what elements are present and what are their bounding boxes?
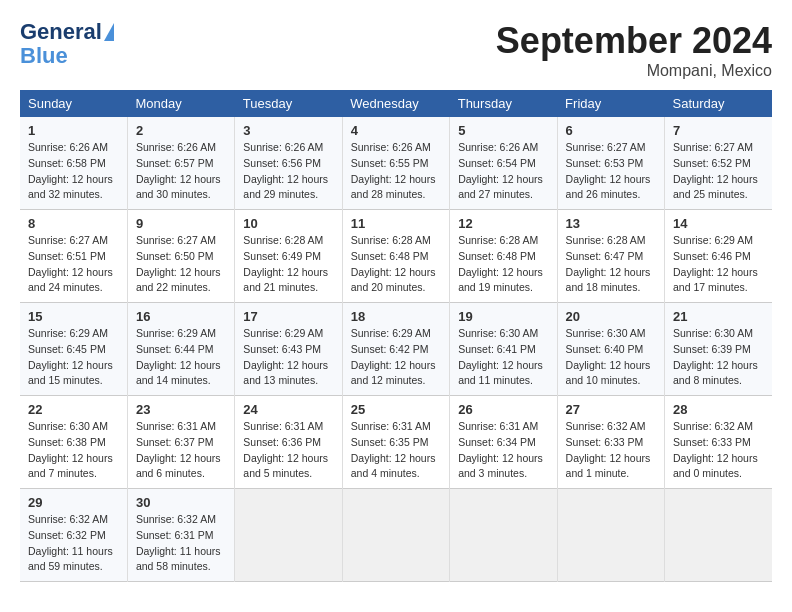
month-title: September 2024 bbox=[496, 20, 772, 62]
day-number: 23 bbox=[136, 402, 226, 417]
logo-triangle-icon bbox=[104, 23, 114, 41]
day-info: Sunrise: 6:31 AM Sunset: 6:35 PM Dayligh… bbox=[351, 419, 441, 482]
calendar-cell: 23Sunrise: 6:31 AM Sunset: 6:37 PM Dayli… bbox=[127, 396, 234, 489]
day-number: 7 bbox=[673, 123, 764, 138]
day-info: Sunrise: 6:27 AM Sunset: 6:52 PM Dayligh… bbox=[673, 140, 764, 203]
calendar-cell: 4Sunrise: 6:26 AM Sunset: 6:55 PM Daylig… bbox=[342, 117, 449, 210]
calendar-cell bbox=[235, 489, 342, 582]
day-number: 2 bbox=[136, 123, 226, 138]
day-number: 24 bbox=[243, 402, 333, 417]
day-info: Sunrise: 6:26 AM Sunset: 6:54 PM Dayligh… bbox=[458, 140, 548, 203]
calendar-week-row: 29Sunrise: 6:32 AM Sunset: 6:32 PM Dayli… bbox=[20, 489, 772, 582]
day-number: 19 bbox=[458, 309, 548, 324]
day-info: Sunrise: 6:30 AM Sunset: 6:40 PM Dayligh… bbox=[566, 326, 656, 389]
calendar-cell: 1Sunrise: 6:26 AM Sunset: 6:58 PM Daylig… bbox=[20, 117, 127, 210]
day-number: 11 bbox=[351, 216, 441, 231]
day-number: 25 bbox=[351, 402, 441, 417]
day-info: Sunrise: 6:31 AM Sunset: 6:34 PM Dayligh… bbox=[458, 419, 548, 482]
calendar-cell: 16Sunrise: 6:29 AM Sunset: 6:44 PM Dayli… bbox=[127, 303, 234, 396]
day-info: Sunrise: 6:31 AM Sunset: 6:36 PM Dayligh… bbox=[243, 419, 333, 482]
calendar-cell: 18Sunrise: 6:29 AM Sunset: 6:42 PM Dayli… bbox=[342, 303, 449, 396]
day-info: Sunrise: 6:26 AM Sunset: 6:56 PM Dayligh… bbox=[243, 140, 333, 203]
calendar-cell: 26Sunrise: 6:31 AM Sunset: 6:34 PM Dayli… bbox=[450, 396, 557, 489]
calendar-cell: 12Sunrise: 6:28 AM Sunset: 6:48 PM Dayli… bbox=[450, 210, 557, 303]
day-number: 5 bbox=[458, 123, 548, 138]
calendar-cell: 14Sunrise: 6:29 AM Sunset: 6:46 PM Dayli… bbox=[665, 210, 772, 303]
calendar-cell bbox=[665, 489, 772, 582]
calendar-cell: 9Sunrise: 6:27 AM Sunset: 6:50 PM Daylig… bbox=[127, 210, 234, 303]
day-number: 10 bbox=[243, 216, 333, 231]
day-number: 13 bbox=[566, 216, 656, 231]
calendar-cell: 29Sunrise: 6:32 AM Sunset: 6:32 PM Dayli… bbox=[20, 489, 127, 582]
calendar-table: SundayMondayTuesdayWednesdayThursdayFrid… bbox=[20, 90, 772, 582]
calendar-cell: 17Sunrise: 6:29 AM Sunset: 6:43 PM Dayli… bbox=[235, 303, 342, 396]
day-info: Sunrise: 6:29 AM Sunset: 6:43 PM Dayligh… bbox=[243, 326, 333, 389]
day-number: 9 bbox=[136, 216, 226, 231]
day-number: 6 bbox=[566, 123, 656, 138]
day-number: 15 bbox=[28, 309, 119, 324]
calendar-cell: 15Sunrise: 6:29 AM Sunset: 6:45 PM Dayli… bbox=[20, 303, 127, 396]
calendar-cell: 6Sunrise: 6:27 AM Sunset: 6:53 PM Daylig… bbox=[557, 117, 664, 210]
day-info: Sunrise: 6:31 AM Sunset: 6:37 PM Dayligh… bbox=[136, 419, 226, 482]
weekday-header-monday: Monday bbox=[127, 90, 234, 117]
calendar-cell: 3Sunrise: 6:26 AM Sunset: 6:56 PM Daylig… bbox=[235, 117, 342, 210]
day-info: Sunrise: 6:26 AM Sunset: 6:57 PM Dayligh… bbox=[136, 140, 226, 203]
logo-blue: Blue bbox=[20, 44, 68, 68]
calendar-cell: 2Sunrise: 6:26 AM Sunset: 6:57 PM Daylig… bbox=[127, 117, 234, 210]
calendar-cell: 28Sunrise: 6:32 AM Sunset: 6:33 PM Dayli… bbox=[665, 396, 772, 489]
day-number: 22 bbox=[28, 402, 119, 417]
calendar-cell: 20Sunrise: 6:30 AM Sunset: 6:40 PM Dayli… bbox=[557, 303, 664, 396]
day-info: Sunrise: 6:28 AM Sunset: 6:47 PM Dayligh… bbox=[566, 233, 656, 296]
calendar-cell bbox=[450, 489, 557, 582]
day-info: Sunrise: 6:30 AM Sunset: 6:38 PM Dayligh… bbox=[28, 419, 119, 482]
weekday-header-row: SundayMondayTuesdayWednesdayThursdayFrid… bbox=[20, 90, 772, 117]
day-info: Sunrise: 6:32 AM Sunset: 6:33 PM Dayligh… bbox=[673, 419, 764, 482]
title-block: September 2024 Mompani, Mexico bbox=[496, 20, 772, 80]
day-number: 20 bbox=[566, 309, 656, 324]
day-info: Sunrise: 6:27 AM Sunset: 6:53 PM Dayligh… bbox=[566, 140, 656, 203]
calendar-cell: 10Sunrise: 6:28 AM Sunset: 6:49 PM Dayli… bbox=[235, 210, 342, 303]
calendar-cell: 22Sunrise: 6:30 AM Sunset: 6:38 PM Dayli… bbox=[20, 396, 127, 489]
day-number: 28 bbox=[673, 402, 764, 417]
day-info: Sunrise: 6:29 AM Sunset: 6:46 PM Dayligh… bbox=[673, 233, 764, 296]
day-number: 30 bbox=[136, 495, 226, 510]
calendar-cell: 25Sunrise: 6:31 AM Sunset: 6:35 PM Dayli… bbox=[342, 396, 449, 489]
calendar-cell: 30Sunrise: 6:32 AM Sunset: 6:31 PM Dayli… bbox=[127, 489, 234, 582]
calendar-week-row: 22Sunrise: 6:30 AM Sunset: 6:38 PM Dayli… bbox=[20, 396, 772, 489]
day-number: 21 bbox=[673, 309, 764, 324]
calendar-cell: 8Sunrise: 6:27 AM Sunset: 6:51 PM Daylig… bbox=[20, 210, 127, 303]
day-info: Sunrise: 6:32 AM Sunset: 6:31 PM Dayligh… bbox=[136, 512, 226, 575]
day-number: 12 bbox=[458, 216, 548, 231]
calendar-cell: 5Sunrise: 6:26 AM Sunset: 6:54 PM Daylig… bbox=[450, 117, 557, 210]
calendar-cell: 21Sunrise: 6:30 AM Sunset: 6:39 PM Dayli… bbox=[665, 303, 772, 396]
day-info: Sunrise: 6:26 AM Sunset: 6:55 PM Dayligh… bbox=[351, 140, 441, 203]
day-info: Sunrise: 6:29 AM Sunset: 6:45 PM Dayligh… bbox=[28, 326, 119, 389]
day-info: Sunrise: 6:32 AM Sunset: 6:33 PM Dayligh… bbox=[566, 419, 656, 482]
day-info: Sunrise: 6:26 AM Sunset: 6:58 PM Dayligh… bbox=[28, 140, 119, 203]
calendar-week-row: 1Sunrise: 6:26 AM Sunset: 6:58 PM Daylig… bbox=[20, 117, 772, 210]
day-info: Sunrise: 6:28 AM Sunset: 6:48 PM Dayligh… bbox=[351, 233, 441, 296]
calendar-week-row: 15Sunrise: 6:29 AM Sunset: 6:45 PM Dayli… bbox=[20, 303, 772, 396]
location-label: Mompani, Mexico bbox=[496, 62, 772, 80]
calendar-cell: 27Sunrise: 6:32 AM Sunset: 6:33 PM Dayli… bbox=[557, 396, 664, 489]
page-header: General Blue September 2024 Mompani, Mex… bbox=[20, 20, 772, 80]
calendar-cell bbox=[557, 489, 664, 582]
day-info: Sunrise: 6:27 AM Sunset: 6:50 PM Dayligh… bbox=[136, 233, 226, 296]
calendar-cell: 24Sunrise: 6:31 AM Sunset: 6:36 PM Dayli… bbox=[235, 396, 342, 489]
logo-general: General bbox=[20, 20, 102, 44]
day-info: Sunrise: 6:30 AM Sunset: 6:41 PM Dayligh… bbox=[458, 326, 548, 389]
calendar-cell: 13Sunrise: 6:28 AM Sunset: 6:47 PM Dayli… bbox=[557, 210, 664, 303]
day-number: 27 bbox=[566, 402, 656, 417]
calendar-cell bbox=[342, 489, 449, 582]
calendar-cell: 11Sunrise: 6:28 AM Sunset: 6:48 PM Dayli… bbox=[342, 210, 449, 303]
day-info: Sunrise: 6:28 AM Sunset: 6:48 PM Dayligh… bbox=[458, 233, 548, 296]
day-info: Sunrise: 6:30 AM Sunset: 6:39 PM Dayligh… bbox=[673, 326, 764, 389]
day-info: Sunrise: 6:27 AM Sunset: 6:51 PM Dayligh… bbox=[28, 233, 119, 296]
day-number: 17 bbox=[243, 309, 333, 324]
day-number: 3 bbox=[243, 123, 333, 138]
weekday-header-saturday: Saturday bbox=[665, 90, 772, 117]
weekday-header-tuesday: Tuesday bbox=[235, 90, 342, 117]
weekday-header-friday: Friday bbox=[557, 90, 664, 117]
day-number: 4 bbox=[351, 123, 441, 138]
day-number: 18 bbox=[351, 309, 441, 324]
